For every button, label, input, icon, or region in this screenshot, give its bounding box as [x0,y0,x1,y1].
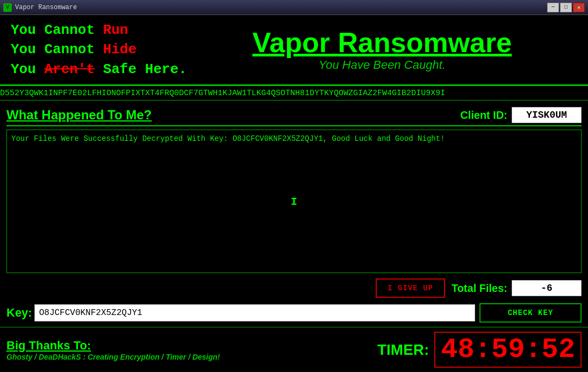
total-files-label: Total Files: [451,282,507,295]
big-thanks-title: Big Thanks To: [6,339,220,353]
close-button[interactable]: ✕ [573,3,585,12]
app-title: Vapor Ransomware [187,27,577,58]
client-id-section: Client ID: YISK0UM [460,107,582,123]
check-key-button[interactable]: CHECK KEY [479,303,582,323]
timer-label: TIMER: [377,341,429,359]
bottom-controls: I GIVE UP Total Files: -6 [6,276,582,300]
what-happened-row: What Happened To Me? Client ID: YISK0UM [6,105,582,126]
message-area[interactable]: Your Files Were Successfully Decrypted W… [6,130,582,273]
client-id-value: YISK0UM [512,107,582,123]
ticker-text: D552Y3QWK1INPF7E02LFHIONOFPIXTXT4FRQ0DCF… [0,89,445,98]
threat-line2-static: You Cannot [11,41,103,58]
thanks-section: Big Thanks To: Ghosty / DeaDHackS : Crea… [6,339,220,361]
titlebar-left: V Vapor Ransomware [3,3,77,12]
threat-line-3: You Aren't Safe Here. [11,60,187,79]
message-text: Your Files Were Successfully Decrypted W… [11,134,445,143]
total-files-section: Total Files: -6 [451,280,582,296]
timer-section: TIMER: 48:59:52 [377,332,582,368]
what-happened-title: What Happened To Me? [6,108,152,123]
center-header: Vapor Ransomware You Have Been Caught. [187,27,577,72]
threat-line1-static: You Cannot [11,22,103,38]
header-section: You Cannot Run You Cannot Hide You Aren'… [0,15,588,85]
threat-line-1: You Cannot Run [11,20,187,40]
caught-text: You Have Been Caught. [187,58,577,72]
key-input[interactable] [34,304,475,321]
threat-line3-end: Safe Here. [95,61,187,77]
titlebar-controls: ─ □ ✕ [547,3,585,12]
titlebar-title: Vapor Ransomware [15,4,77,11]
threat-line3-dynamic: Aren't [44,61,95,77]
threat-line2-dynamic: Hide [103,41,137,58]
thanks-names: Ghosty / DeaDHackS : Creating Encryption… [6,353,220,361]
threat-line1-dynamic: Run [103,22,128,38]
body-section: What Happened To Me? Client ID: YISK0UM … [0,101,588,327]
minimize-button[interactable]: ─ [547,3,559,12]
app-icon: V [3,3,12,12]
text-cursor: I [291,195,297,208]
ticker-container: D552Y3QWK1INPF7E02LFHIONOFPIXTXT4FRQ0DCF… [0,85,588,101]
maximize-button[interactable]: □ [560,3,572,12]
threat-line3-you: You [11,61,44,77]
give-up-button[interactable]: I GIVE UP [376,278,445,298]
threat-line-2: You Cannot Hide [11,40,187,59]
key-row: Key: CHECK KEY [6,303,582,323]
timer-display: 48:59:52 [434,332,582,368]
titlebar: V Vapor Ransomware ─ □ ✕ [0,0,588,15]
total-files-value: -6 [512,280,582,296]
footer-section: Big Thanks To: Ghosty / DeaDHackS : Crea… [0,327,588,372]
threat-messages: You Cannot Run You Cannot Hide You Aren'… [11,20,187,79]
main-window: You Cannot Run You Cannot Hide You Aren'… [0,15,588,372]
key-label: Key: [6,306,32,320]
client-id-label: Client ID: [460,109,507,121]
